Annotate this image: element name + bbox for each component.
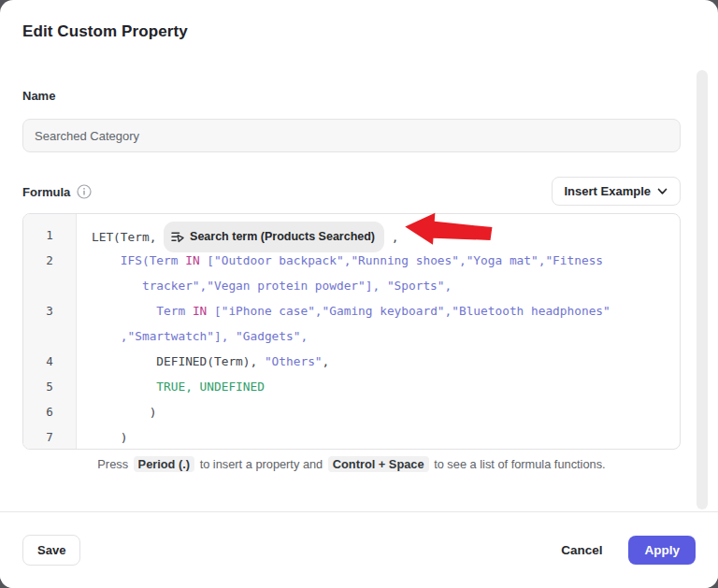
vertical-scrollbar[interactable]: [696, 70, 708, 509]
line-number: 4: [23, 349, 76, 374]
line-number: 6: [23, 399, 76, 424]
code-row: ,"Smartwatch"], "Gadgets",: [23, 323, 680, 349]
save-button[interactable]: Save: [22, 535, 80, 566]
property-pill-label: Search term (Products Searched): [190, 224, 375, 250]
code-line: ): [76, 399, 156, 424]
formula-editor[interactable]: 1LET(Term, Search term (Products Searche…: [22, 213, 681, 450]
name-label: Name: [22, 89, 55, 103]
code-row: 7 ): [23, 424, 680, 450]
cancel-button[interactable]: Cancel: [557, 536, 606, 565]
line-number: 7: [23, 424, 76, 450]
modal-footer: Save Cancel Apply: [0, 511, 718, 588]
info-icon[interactable]: [77, 184, 92, 199]
insert-example-button[interactable]: Insert Example: [552, 177, 682, 206]
line-number: [23, 273, 76, 298]
modal-title: Edit Custom Property: [22, 22, 188, 41]
code-line: Term IN ["iPhone case","Gaming keyboard"…: [76, 298, 610, 323]
apply-button[interactable]: Apply: [628, 536, 696, 565]
code-line: ): [76, 424, 128, 450]
formula-code-rows: 1LET(Term, Search term (Products Searche…: [23, 222, 680, 450]
property-token-icon: [171, 231, 184, 243]
code-row: tracker","Vegan protein powder"], "Sport…: [23, 273, 680, 298]
kbd-control-space: Control + Space: [328, 456, 429, 472]
code-line: TRUE, UNDEFINED: [76, 374, 265, 399]
line-number: 1: [23, 222, 76, 248]
code-row: 6 ): [23, 399, 680, 424]
code-line: ,"Smartwatch"], "Gadgets",: [76, 323, 308, 349]
code-row: 3 Term IN ["iPhone case","Gaming keyboar…: [23, 298, 680, 323]
code-row: 5 TRUE, UNDEFINED: [23, 374, 680, 399]
line-number: 5: [23, 374, 76, 399]
editor-hint: Press Period (.) to insert a property an…: [22, 457, 681, 471]
line-number: 2: [23, 248, 76, 273]
code-row: 4 DEFINED(Term), "Others",: [23, 349, 680, 374]
name-input[interactable]: [22, 119, 681, 152]
edit-custom-property-modal: Edit Custom Property Name Formula Insert…: [0, 0, 718, 588]
backdrop: { "modal": { "title": "Edit Custom Prope…: [0, 0, 718, 588]
code-line: tracker","Vegan protein powder"], "Sport…: [76, 273, 452, 298]
property-pill[interactable]: Search term (Products Searched): [164, 222, 384, 252]
code-line: LET(Term, Search term (Products Searched…: [76, 222, 398, 248]
formula-label: Formula: [22, 185, 70, 199]
line-number: [23, 323, 76, 349]
formula-label-row: Formula: [22, 184, 92, 199]
insert-example-label: Insert Example: [565, 184, 652, 198]
code-row: 1LET(Term, Search term (Products Searche…: [23, 222, 680, 248]
code-line: DEFINED(Term), "Others",: [76, 349, 329, 374]
line-number: 3: [23, 298, 76, 323]
chevron-down-icon: [657, 188, 668, 195]
kbd-period: Period (.): [134, 456, 194, 472]
